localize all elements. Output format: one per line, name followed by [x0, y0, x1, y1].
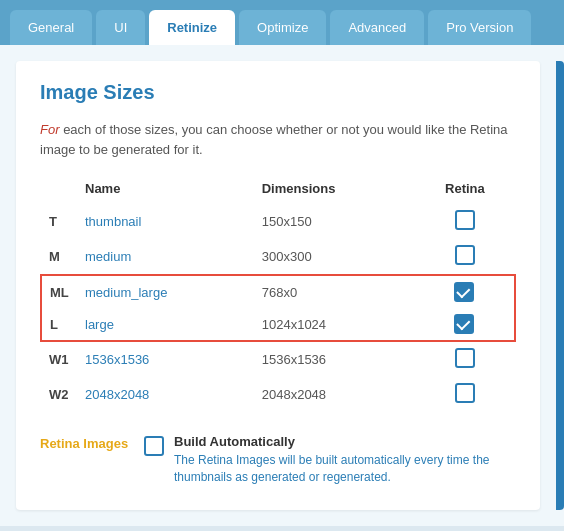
tab-ui[interactable]: UI [96, 10, 145, 45]
retina-checkbox[interactable] [455, 210, 475, 230]
panel-title: Image Sizes [40, 81, 516, 104]
row-name: large [77, 308, 254, 341]
row-code: ML [41, 275, 77, 308]
main-content: Image Sizes For each of those sizes, you… [0, 45, 564, 526]
row-name: thumbnail [77, 204, 254, 239]
build-automatically-desc: The Retina Images will be built automati… [174, 452, 516, 486]
table-row: Tthumbnail150x150 [41, 204, 515, 239]
retina-checkbox[interactable] [455, 245, 475, 265]
build-automatically-label: Build Automatically [174, 434, 516, 449]
retina-build: Build Automatically The Retina Images wi… [144, 434, 516, 486]
row-name: 2048x2048 [77, 377, 254, 412]
row-retina[interactable] [415, 204, 515, 239]
row-name-link[interactable]: 1536x1536 [85, 352, 149, 367]
row-dimensions: 768x0 [254, 275, 415, 308]
row-code: W2 [41, 377, 77, 412]
retina-footer: Retina Images Build Automatically The Re… [40, 434, 516, 486]
tab-pro-version[interactable]: Pro Version [428, 10, 531, 45]
row-name-link[interactable]: thumbnail [85, 214, 141, 229]
table-row: W11536x15361536x1536 [41, 341, 515, 377]
panel: Image Sizes For each of those sizes, you… [16, 61, 540, 510]
row-dimensions: 1024x1024 [254, 308, 415, 341]
table-row: Llarge1024x1024 [41, 308, 515, 341]
build-automatically-checkbox[interactable] [144, 436, 164, 456]
row-name: medium [77, 239, 254, 275]
row-name: medium_large [77, 275, 254, 308]
table-body: Tthumbnail150x150Mmedium300x300MLmedium_… [41, 204, 515, 412]
tab-optimize[interactable]: Optimize [239, 10, 326, 45]
row-retina[interactable] [415, 308, 515, 341]
col-retina: Retina [415, 177, 515, 204]
description-text: each of those sizes, you can choose whet… [40, 122, 508, 157]
row-dimensions: 300x300 [254, 239, 415, 275]
image-sizes-table: Name Dimensions Retina Tthumbnail150x150… [40, 177, 516, 412]
panel-description: For each of those sizes, you can choose … [40, 120, 516, 159]
table-row: MLmedium_large768x0 [41, 275, 515, 308]
row-code: M [41, 239, 77, 275]
table-row: Mmedium300x300 [41, 239, 515, 275]
tab-general[interactable]: General [10, 10, 92, 45]
row-retina[interactable] [415, 377, 515, 412]
col-dimensions: Dimensions [254, 177, 415, 204]
retina-build-text: Build Automatically The Retina Images wi… [174, 434, 516, 486]
row-name-link[interactable]: medium_large [85, 285, 167, 300]
retina-checkbox[interactable] [455, 348, 475, 368]
row-code: T [41, 204, 77, 239]
row-name-link[interactable]: 2048x2048 [85, 387, 149, 402]
row-retina[interactable] [415, 275, 515, 308]
row-name-link[interactable]: large [85, 317, 114, 332]
table-row: W22048x20482048x2048 [41, 377, 515, 412]
retina-checkbox[interactable] [455, 383, 475, 403]
row-dimensions: 2048x2048 [254, 377, 415, 412]
col-code [41, 177, 77, 204]
col-name: Name [77, 177, 254, 204]
side-accent [556, 61, 564, 510]
retina-images-label: Retina Images [40, 434, 130, 451]
retina-checkbox[interactable] [454, 282, 474, 302]
tab-retinize[interactable]: Retinize [149, 10, 235, 45]
row-code: W1 [41, 341, 77, 377]
retina-checkbox[interactable] [454, 314, 474, 334]
tab-advanced[interactable]: Advanced [330, 10, 424, 45]
table-header: Name Dimensions Retina [41, 177, 515, 204]
row-retina[interactable] [415, 239, 515, 275]
row-code: L [41, 308, 77, 341]
row-dimensions: 1536x1536 [254, 341, 415, 377]
description-for: For [40, 122, 60, 137]
row-dimensions: 150x150 [254, 204, 415, 239]
row-name: 1536x1536 [77, 341, 254, 377]
row-name-link[interactable]: medium [85, 249, 131, 264]
tab-bar: GeneralUIRetinizeOptimizeAdvancedPro Ver… [0, 0, 564, 45]
row-retina[interactable] [415, 341, 515, 377]
